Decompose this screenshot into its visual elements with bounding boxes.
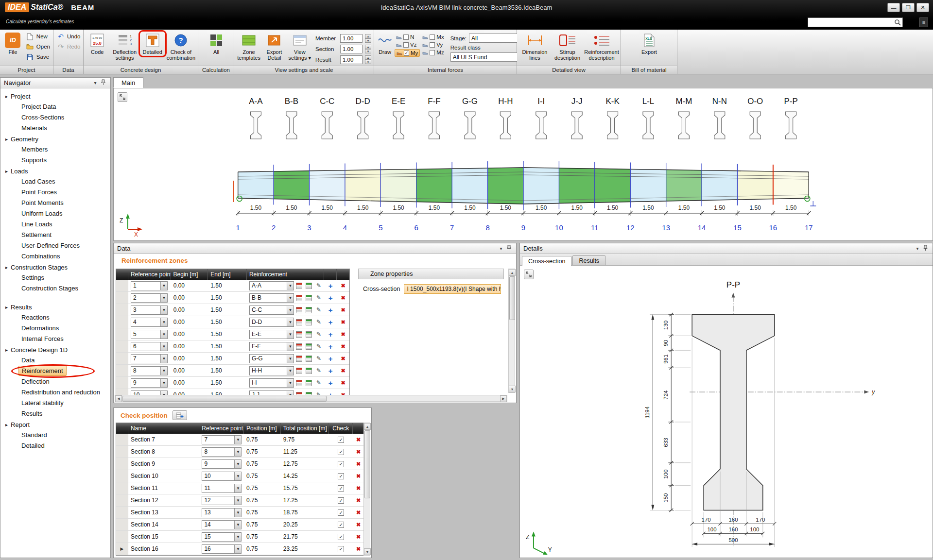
zone-template-button[interactable] <box>305 378 313 387</box>
chevron-down-icon[interactable]: ▼ <box>287 355 294 363</box>
nav-item-standard[interactable]: Standard <box>0 430 110 441</box>
delete-check-button[interactable]: ✖ <box>354 459 363 468</box>
chevron-down-icon[interactable]: ▼ <box>234 496 241 505</box>
delete-zone-button[interactable]: ✖ <box>339 305 347 314</box>
zone-edit-button[interactable]: ✎ <box>314 366 323 375</box>
chevron-down-icon[interactable]: ▼ <box>234 521 241 529</box>
nav-item-project-data[interactable]: Project Data <box>0 102 110 112</box>
pin-icon[interactable] <box>505 245 513 252</box>
zone-copy-button[interactable] <box>295 318 304 326</box>
zone-edit-button[interactable]: ✎ <box>314 330 323 339</box>
deflection-settings-button[interactable]: 123 Deflection settings <box>110 31 139 62</box>
nav-item-reinforcement[interactable]: Reinforcement <box>0 366 110 376</box>
row-selector[interactable] <box>116 434 128 445</box>
nav-item-results[interactable]: Results <box>0 408 110 419</box>
beam-elevation-drawing[interactable]: 1.501.501.501.501.501.501.501.501.501.50… <box>114 88 933 240</box>
add-zone-button[interactable]: + <box>326 293 335 302</box>
code-button[interactable]: 1.45 9025.8 Code <box>86 31 109 56</box>
reference-point-dropdown[interactable]: 9▼ <box>131 378 168 388</box>
reinforcement-dropdown[interactable]: E-E▼ <box>249 330 294 339</box>
delete-zone-button[interactable]: ✖ <box>339 342 347 351</box>
save-button[interactable]: Save <box>25 52 52 61</box>
redo-button[interactable]: ↷ Redo <box>55 42 82 51</box>
delete-check-button[interactable]: ✖ <box>354 544 363 553</box>
nav-group-construction-stages[interactable]: ▸Construction Stages <box>0 262 110 272</box>
nav-item-point-moments[interactable]: Point Moments <box>0 198 110 208</box>
row-selector[interactable] <box>116 458 128 470</box>
reference-point-dropdown[interactable]: 6▼ <box>131 342 168 351</box>
reinforcement-dropdown[interactable]: C-C▼ <box>249 305 294 315</box>
pin-icon[interactable] <box>921 245 929 252</box>
nav-group-geometry[interactable]: ▸Geometry <box>0 134 110 144</box>
detailed-button[interactable]: Detailed <box>140 31 165 56</box>
delete-zone-button[interactable]: ✖ <box>339 378 347 387</box>
row-selector[interactable] <box>116 531 128 543</box>
nav-group-report[interactable]: ▸Report <box>0 419 110 430</box>
tree-expander-icon[interactable]: ▸ <box>5 169 8 174</box>
zone-template-button[interactable] <box>305 366 313 375</box>
row-selector[interactable] <box>116 507 128 518</box>
reference-point-dropdown[interactable]: 16▼ <box>202 544 242 554</box>
step-up-icon[interactable]: ▲ <box>365 45 371 49</box>
force-toggle-mx[interactable]: Mx <box>421 34 445 40</box>
row-selector[interactable] <box>116 316 128 328</box>
delete-check-button[interactable]: ✖ <box>354 447 363 456</box>
chevron-down-icon[interactable]: ▼ <box>234 484 241 492</box>
expand-view-button[interactable] <box>118 92 127 102</box>
reference-point-dropdown[interactable]: 2▼ <box>131 293 168 303</box>
delete-zone-button[interactable]: ✖ <box>339 366 347 375</box>
export-bill-button[interactable]: XLS Export <box>636 31 662 56</box>
reference-point-dropdown[interactable]: 12▼ <box>202 496 242 505</box>
nav-item-uniform-loads[interactable]: Uniform Loads <box>0 208 110 219</box>
add-zone-button[interactable]: + <box>326 378 335 387</box>
panel-menu-icon[interactable]: ▾ <box>91 80 99 85</box>
chevron-down-icon[interactable]: ▼ <box>287 318 294 326</box>
checkbox-icon[interactable] <box>403 42 409 48</box>
tab-cross-section[interactable]: Cross-section <box>522 256 571 266</box>
dimension-lines-button[interactable]: Dimension lines <box>519 31 551 62</box>
force-toggle-mz[interactable]: Mz <box>421 49 445 56</box>
add-zone-button[interactable]: + <box>326 354 335 363</box>
zone-edit-button[interactable]: ✎ <box>314 281 323 290</box>
tree-expander-icon[interactable]: ▸ <box>5 422 8 427</box>
chevron-down-icon[interactable]: ▼ <box>160 330 167 339</box>
maximize-button[interactable]: ❐ <box>902 3 915 12</box>
check-checkbox[interactable]: ✓ <box>338 546 344 552</box>
row-selector[interactable] <box>116 353 128 364</box>
reference-point-dropdown[interactable]: 13▼ <box>202 508 242 517</box>
zone-template-button[interactable] <box>305 342 313 351</box>
zone-copy-button[interactable] <box>295 378 304 387</box>
check-checkbox[interactable]: ✓ <box>338 485 344 492</box>
draw-button[interactable]: Draw <box>376 31 394 56</box>
checkbox-icon[interactable] <box>430 34 435 40</box>
tree-expander-icon[interactable]: ▸ <box>5 305 8 310</box>
view-settings-button[interactable]: View settings ▾ <box>287 31 312 62</box>
checkbox-icon[interactable] <box>430 50 435 55</box>
beam-zone-11[interactable] <box>595 169 630 203</box>
step-up-icon[interactable]: ▲ <box>365 34 371 38</box>
delete-check-button[interactable]: ✖ <box>354 508 363 517</box>
nav-group-results[interactable]: ▸Results <box>0 302 110 312</box>
delete-check-button[interactable]: ✖ <box>354 520 363 529</box>
nav-item-redistribution-and-reduction[interactable]: Redistribution and reduction <box>0 387 110 398</box>
zone-edit-button[interactable]: ✎ <box>314 354 323 363</box>
reference-point-dropdown[interactable]: 7▼ <box>202 435 242 444</box>
step-up-icon[interactable]: ▲ <box>365 55 371 60</box>
export-detail-button[interactable]: Export Detail <box>262 31 286 62</box>
force-toggle-n[interactable]: N <box>395 34 420 40</box>
step-down-icon[interactable]: ▼ <box>365 60 371 64</box>
scroll-left-icon[interactable]: ◀ <box>115 395 122 402</box>
file-button[interactable]: ID File <box>2 31 24 56</box>
tab-main[interactable]: Main <box>113 77 143 88</box>
zone-copy-button[interactable] <box>295 354 304 363</box>
reference-point-dropdown[interactable]: 11▼ <box>202 484 242 493</box>
tree-expander-icon[interactable]: ▸ <box>5 347 8 353</box>
nav-item-supports[interactable]: Supports <box>0 155 110 166</box>
zone-edit-button[interactable]: ✎ <box>314 305 323 314</box>
zone-edit-button[interactable]: ✎ <box>314 378 323 387</box>
result-scale-input[interactable]: 1.00 <box>340 55 363 64</box>
beam-zone-8[interactable] <box>488 168 523 204</box>
chevron-down-icon[interactable]: ▼ <box>287 379 294 387</box>
minimize-button[interactable]: — <box>887 3 900 12</box>
zone-copy-button[interactable] <box>295 305 304 314</box>
